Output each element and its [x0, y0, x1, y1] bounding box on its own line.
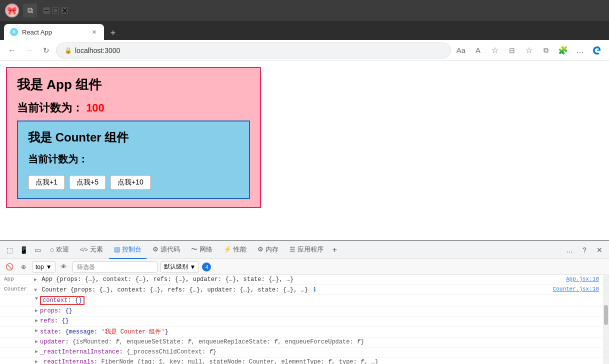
refs-key: refs: {}: [40, 318, 69, 324]
split-view-icon[interactable]: ⊟: [505, 44, 519, 58]
dt-tab-application-label: 应用程序: [298, 245, 324, 254]
console-content: App ▶ App {props: {…}, context: {…}, ref…: [0, 275, 609, 364]
app-counter-value: 100: [86, 102, 104, 114]
favorites-icon[interactable]: ☆: [522, 44, 536, 58]
dt-tab-performance-label: 性能: [234, 245, 246, 254]
dt-tab-console-label: 控制台: [122, 245, 142, 254]
console-icon: ▤: [114, 246, 120, 253]
btn-plus1[interactable]: 点我+1: [28, 175, 65, 190]
dt-tab-network[interactable]: 〜 网络: [186, 241, 218, 259]
devtools-icon-device[interactable]: 📱: [17, 244, 30, 256]
tab-close-icon[interactable]: ✕: [90, 28, 98, 36]
expand-arrow-app[interactable]: ▶: [34, 277, 37, 282]
profile-avatar[interactable]: 🎀: [5, 4, 19, 18]
state-arrow[interactable]: ▶: [35, 328, 38, 334]
tab-bar: R React App ✕ +: [0, 21, 609, 40]
dt-more-icon[interactable]: …: [563, 244, 576, 256]
btn-plus5[interactable]: 点我+5: [69, 175, 106, 190]
updater-key: updater: {isMounted: f, enqueueSetState:…: [40, 338, 364, 346]
console-scrollbar[interactable]: [603, 275, 609, 364]
more-options-icon[interactable]: …: [573, 44, 587, 58]
extensions-icon[interactable]: 🧩: [556, 44, 570, 58]
console-expanded-context: ▼ context: {}: [0, 295, 603, 306]
devtools-icon-inspect[interactable]: ⬚: [3, 244, 16, 256]
devtools-icon-close-panel[interactable]: ▭: [31, 244, 44, 256]
new-tab-button[interactable]: +: [106, 26, 120, 40]
console-row-counter-file[interactable]: Counter.jsx:18: [553, 286, 599, 292]
updater-arrow[interactable]: ▶: [35, 338, 38, 344]
console-eye-icon[interactable]: 👁: [58, 262, 70, 272]
counter-component: 我是 Counter 组件 当前计数为： 点我+1 点我+5 点我+10: [17, 120, 250, 199]
console-row-app-file[interactable]: App.jsx:18: [566, 276, 599, 282]
console-expanded-reactinternal: ▶ _reactInternalInstance: {_processChild…: [0, 348, 603, 358]
expand-arrow-counter[interactable]: ▼: [34, 288, 37, 293]
address-input[interactable]: 🔒 localhost:3000: [56, 42, 451, 58]
props-arrow[interactable]: ▶: [35, 308, 38, 314]
app-counter-row: 当前计数为： 100: [17, 100, 250, 116]
memory-icon: ⚙: [258, 246, 264, 253]
dt-close-devtools-icon[interactable]: ✕: [593, 244, 606, 256]
dt-tab-elements-label: 元素: [90, 245, 103, 254]
reactinternals-arrow[interactable]: ▶: [35, 358, 38, 364]
console-expanded-refs: ▶ refs: {}: [0, 316, 603, 326]
page-content: 我是 App 组件 当前计数为： 100 我是 Counter 组件 当前计数为…: [0, 61, 609, 240]
refs-arrow[interactable]: ▶: [35, 318, 38, 324]
counter-info-icon: ℹ: [314, 286, 316, 294]
close-btn[interactable]: ✕: [61, 7, 68, 14]
translate-icon[interactable]: A: [471, 44, 485, 58]
network-icon: 〜: [191, 245, 198, 254]
top-label: top: [36, 264, 44, 270]
dt-tab-application[interactable]: ☰ 应用程序: [284, 241, 328, 259]
tab-favicon: R: [10, 28, 18, 36]
browser-tab-active[interactable]: R React App ✕: [4, 24, 104, 40]
collections-icon[interactable]: ⧉: [539, 44, 553, 58]
dt-right-group: … ? ✕: [563, 244, 606, 256]
back-btn[interactable]: ←: [5, 44, 19, 58]
btn-plus10[interactable]: 点我+10: [110, 175, 151, 190]
counter-title: 我是 Counter 组件: [28, 130, 239, 146]
dt-tab-performance[interactable]: ⚡ 性能: [218, 241, 252, 259]
app-counter-label: 当前计数为：: [17, 102, 83, 114]
console-clear-btn[interactable]: 🚫: [4, 262, 15, 272]
console-filter-input[interactable]: [72, 262, 158, 272]
elements-icon: </>: [80, 246, 88, 252]
bookmark-icon[interactable]: ☆: [488, 44, 502, 58]
dt-tab-elements[interactable]: </> 元素: [75, 241, 108, 259]
console-top-dropdown[interactable]: top ▼: [32, 262, 56, 272]
reload-btn[interactable]: ↻: [39, 44, 53, 58]
forward-btn[interactable]: →: [22, 44, 36, 58]
console-expanded-state: ▶ state: {message: '我是 Counter 组件'}: [0, 326, 603, 338]
dt-tab-add[interactable]: +: [330, 241, 340, 259]
console-row-counter-content: ▼ Counter {props: {…}, context: {…}, ref…: [34, 286, 553, 294]
dt-tab-welcome[interactable]: ⌂ 欢迎: [45, 241, 74, 259]
maximize-btn[interactable]: □: [52, 7, 59, 14]
edge-icon[interactable]: [590, 44, 604, 58]
dt-tab-memory-label: 内存: [266, 245, 278, 254]
dt-tab-memory[interactable]: ⚙ 内存: [252, 241, 284, 259]
dt-tab-sources[interactable]: ⚙ 源代码: [148, 241, 185, 259]
context-arrow[interactable]: ▼: [35, 296, 38, 302]
level-label: 默认级别: [164, 262, 188, 271]
browser-chrome: 🎀 ⧉ − □ ✕: [0, 0, 609, 21]
console-level-dropdown[interactable]: 默认级别 ▼: [160, 262, 200, 272]
application-icon: ☰: [290, 246, 296, 253]
context-key-text: context: [42, 297, 68, 304]
read-aloud-icon[interactable]: Aa: [454, 44, 468, 58]
extensions-btn[interactable]: ⧉: [23, 4, 37, 18]
console-expand-btn[interactable]: ⊕: [18, 262, 29, 272]
sources-icon: ⚙: [152, 246, 158, 253]
devtools: ⬚ 📱 ▭ ⌂ 欢迎 </> 元素 ▤ 控制台 ⚙ 源代码 〜 网络 ⚡ 性能 …: [0, 240, 609, 364]
reactinternals-key: _reactInternals: FiberNode {tag: 1, key:…: [40, 358, 378, 364]
reactinternal-arrow[interactable]: ▶: [35, 348, 38, 354]
console-rows: App ▶ App {props: {…}, context: {…}, ref…: [0, 275, 603, 364]
counter-buttons: 点我+1 点我+5 点我+10: [28, 175, 239, 190]
state-key: state: {message: '我是 Counter 组件'}: [40, 328, 168, 336]
props-key: props: {}: [40, 308, 72, 314]
minimize-btn[interactable]: −: [43, 7, 50, 14]
counter-obj-text: Counter {props: {…}, context: {…}, refs:…: [42, 286, 308, 294]
dt-tab-console[interactable]: ▤ 控制台: [109, 241, 146, 259]
dt-help-icon[interactable]: ?: [578, 244, 591, 256]
console-scrollbar-thumb[interactable]: [604, 305, 608, 325]
lock-icon: 🔒: [64, 47, 72, 54]
top-dropdown-arrow: ▼: [46, 264, 52, 270]
